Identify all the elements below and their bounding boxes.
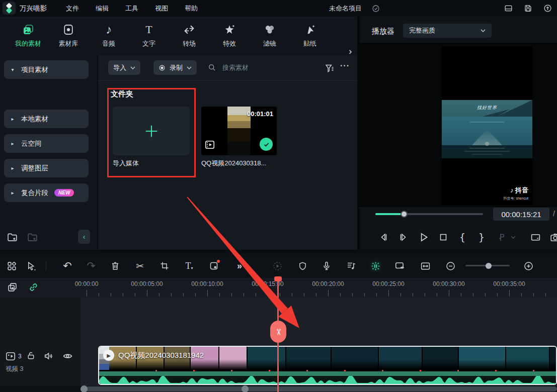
playhead-head[interactable] [274,276,282,281]
more-tools-icon[interactable]: » [233,260,246,272]
tab-text[interactable]: T 文字 [129,17,169,55]
previous-frame-button[interactable] [377,231,389,243]
tab-filters[interactable]: 滤镜 [250,17,290,55]
select-tool-icon[interactable] [25,260,37,272]
playback-slider[interactable] [375,213,483,215]
hide-track-icon[interactable] [62,351,73,361]
link-icon[interactable] [28,282,39,292]
sidebar-item-compound-clip[interactable]: ▸ 复合片段 NEW [4,183,89,202]
record-button[interactable]: 录制 [153,60,197,75]
clip-name: QQ视频20240303181942 [118,351,204,360]
triangle-right-icon: ▸ [4,165,21,171]
split-scissors-icon[interactable]: ✂ [134,260,146,272]
export-icon[interactable] [543,4,552,13]
triangle-right-icon: ▸ [4,141,21,146]
snapshot-camera-icon[interactable] [549,231,557,243]
stop-button[interactable] [437,231,449,243]
play-button[interactable] [418,231,430,243]
duplicate-icon[interactable] [7,282,18,292]
delete-folder-icon[interactable] [27,232,38,243]
tiktok-watermark: ♪ 抖音 抖音号: shencut [504,186,528,201]
zoom-in-icon[interactable] [522,260,534,272]
ruler-scale[interactable]: 00:00:00 00:00:05:00 00:00:10:00 00:00:1… [50,278,557,298]
menu-view[interactable]: 视图 [155,4,168,13]
video-media-item[interactable]: 00:01:01 [201,107,277,155]
tab-transition[interactable]: 转场 [169,17,209,55]
tab-stickers[interactable]: 贴纸 [290,17,330,55]
marker-chevron-icon[interactable] [507,231,519,243]
collapse-sidebar-button[interactable]: ‹ [78,230,90,244]
ruler-tick [497,293,498,297]
lock-track-icon[interactable] [26,351,36,360]
track-number: 3 [18,353,22,360]
timeline-video-clip[interactable]: ▶ QQ视频20240303181942 [98,346,557,385]
import-button[interactable]: 导入 [108,60,140,75]
speed-tool-icon[interactable] [271,260,283,272]
tab-effects[interactable]: 特效 [209,17,250,55]
text-tool-icon[interactable]: T ▾ [183,260,195,272]
fit-timeline-icon[interactable] [419,260,431,272]
ruler-tick [425,293,425,297]
triangle-down-icon: ▾ [4,67,21,72]
my-media-icon [22,24,34,36]
zoom-slider-handle[interactable] [486,263,492,269]
slider-handle[interactable] [401,211,408,218]
app-title: 万兴喵影 [20,4,47,13]
scrollbar-handle-left[interactable] [81,385,88,392]
audio-mixer-icon[interactable] [345,260,357,272]
mark-out-button[interactable]: } [475,231,488,243]
crop-icon[interactable] [158,260,171,272]
search-input[interactable] [221,63,299,72]
redo-icon[interactable]: ↷ [85,260,97,272]
ruler-tick [123,293,123,297]
scrollbar-handle[interactable] [242,385,249,392]
smart-cut-icon[interactable] [369,260,381,272]
add-folder-icon[interactable] [7,232,18,243]
sidebar-item-project-media[interactable]: ▾ 项目素材 [4,60,89,79]
playhead-cut-button[interactable]: ✂ [270,321,286,343]
shield-icon[interactable] [296,260,308,272]
fullscreen-monitor-icon[interactable] [529,231,541,243]
track-manager-icon[interactable] [6,260,18,272]
ruler-label: 00:00:05:00 [131,280,163,287]
sidebar-item-adjustment-layer[interactable]: ▸ 调整图层 [4,159,89,177]
tab-audio[interactable]: ♪ 音频 [89,17,129,55]
timeline-horizontal-scrollbar[interactable] [81,386,557,392]
preview-render-icon[interactable] [394,260,406,272]
layout-icon[interactable] [504,4,513,13]
ruler-tick [135,293,135,297]
zoom-out-icon[interactable] [444,260,456,272]
mark-in-button[interactable]: { [456,231,468,243]
selected-check-icon [260,138,273,151]
undo-icon[interactable]: ↶ [61,260,73,272]
import-media-card[interactable] [113,107,190,155]
mute-track-icon[interactable] [43,351,54,361]
ruler-tick [533,293,534,297]
quality-dropdown[interactable]: 完整画质 [403,24,492,38]
music-note-icon: ♪ [106,24,112,36]
ruler-tick [328,290,329,297]
menu-file[interactable]: 文件 [66,4,79,13]
timeline-zoom-slider[interactable] [465,265,510,266]
menu-edit[interactable]: 编辑 [96,4,109,13]
mask-tool-icon[interactable] [208,260,220,272]
more-options-button[interactable]: ··· [340,61,350,70]
project-name[interactable]: 未命名项目 [329,4,362,13]
menu-help[interactable]: 帮助 [185,4,198,13]
next-frame-button[interactable] [397,231,410,243]
save-icon[interactable] [524,4,532,13]
filter-icon[interactable] [325,63,335,73]
sidebar-item-cloud[interactable]: ▸ 云空间 [4,134,89,153]
marker-icon[interactable] [495,231,507,243]
delete-icon[interactable] [109,260,121,272]
ruler-tick [509,290,510,297]
tab-my-media[interactable]: 我的素材 [8,17,48,55]
voiceover-mic-icon[interactable] [321,260,333,272]
plus-icon [143,123,160,139]
menu-tools[interactable]: 工具 [125,4,138,13]
tab-library[interactable]: 素材库 [48,17,89,55]
saved-check-icon [372,5,380,13]
ruler-tick [413,293,413,297]
ruler-label: 00:00:25:00 [372,280,404,287]
sidebar-item-local-media[interactable]: ▸ 本地素材 [4,110,89,128]
